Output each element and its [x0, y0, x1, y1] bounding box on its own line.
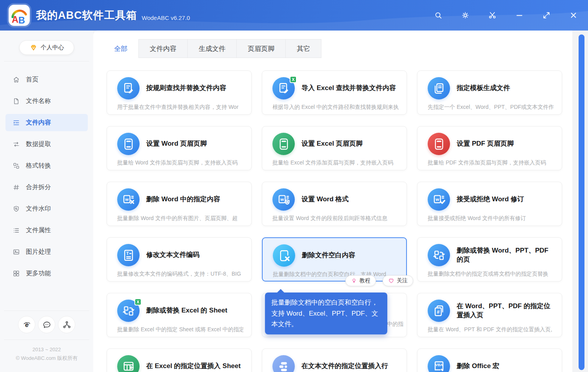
maximize-icon[interactable]: [542, 11, 551, 20]
close-icon[interactable]: [569, 11, 578, 20]
card-header: 按规则查找并替换文件内容: [107, 71, 251, 99]
tool-card[interactable]: 设置 Word 页眉页脚批量给 Word 文件添加页眉与页脚，支持嵌入页码: [107, 126, 252, 170]
sidebar-item-merge-split[interactable]: 合并拆分: [5, 179, 88, 196]
card-header: 修改文本文件编码: [107, 238, 251, 266]
tool-card[interactable]: 按规则查找并替换文件内容用于批量在文件中查找并替换相关内容，支持 Wor: [107, 70, 252, 115]
sidebar-nav: 首页文件名称文件内容数据提取格式转换合并拆分文件水印文件属性图片处理更多功能: [0, 71, 93, 286]
app-version: WodeABC v6.27.0: [142, 14, 190, 21]
tab-bar: 全部文件内容生成文件页眉页脚其它: [103, 39, 572, 58]
docs-stack-icon: [428, 77, 450, 99]
tool-card[interactable]: 删除或替换 Word、PPT、PDF 的页批量删除文档中的指定页或将文档中的指定…: [417, 237, 562, 282]
card-header: 删除或替换 Word、PPT、PDF 的页: [417, 238, 562, 266]
lightbulb-icon: [351, 278, 357, 284]
card-header: 指定模板生成文件: [417, 71, 562, 99]
tool-card[interactable]: 在 Word、PPT、PDF 的指定位置插入页批量在 Word、PPT 和 PD…: [417, 293, 562, 337]
follow-button[interactable]: 关注: [383, 275, 413, 286]
card-title: 在文本文件的指定位置插入行: [301, 362, 388, 371]
tool-card[interactable]: 设置 Word 格式批量设置 Word 文件的段前段后间距等格式信息: [262, 182, 407, 226]
search-icon[interactable]: [434, 11, 443, 20]
card-header: 接受或拒绝 Word 修订: [417, 182, 562, 211]
share-icon: [62, 320, 71, 329]
swap-pages-icon: [428, 244, 450, 266]
footer-icons: [0, 316, 93, 333]
card-title: 删除或替换 Excel 的 Sheet: [146, 306, 227, 315]
card-title: 修改文本文件编码: [146, 251, 200, 260]
tool-card[interactable]: 设置 PDF 页眉页脚批量给 PDF 文件添加页眉与页脚，支持嵌入页码: [417, 126, 562, 170]
scissors-icon[interactable]: [488, 11, 497, 20]
sidebar-item-home[interactable]: 首页: [5, 71, 88, 88]
card-desc: 批量删除文档中的指定页或将文档中的指定页替换: [428, 271, 554, 278]
card-title: 删除或替换 Word、PPT、PDF 的页: [457, 246, 553, 264]
merge-split-icon: [13, 184, 20, 191]
tutorial-button[interactable]: 教程: [345, 275, 376, 286]
card-header: 在 Word、PPT、PDF 的指定位置插入页: [417, 293, 562, 322]
browser-icon: [22, 320, 31, 329]
settings-gear-icon[interactable]: [461, 11, 470, 20]
logo-letter-b: B: [18, 15, 25, 25]
tool-card[interactable]: 在 Excel 的指定位置插入 Sheet: [107, 349, 252, 372]
tutorial-label: 教程: [359, 277, 370, 284]
heart-icon: [388, 278, 394, 284]
chat-button[interactable]: [38, 316, 55, 333]
tool-card[interactable]: X删除或替换 Excel 的 Sheet批量删除 Excel 中的指定 Shee…: [107, 293, 252, 337]
image-process-icon: [13, 248, 20, 256]
card-desc: 批量给 Excel 文件添加页眉与页脚，支持嵌入页码: [272, 159, 399, 166]
card-title: 删除 Word 中的指定内容: [146, 195, 220, 204]
card-header: 删除 Word 中的指定内容: [107, 182, 251, 211]
sidebar-item-more-features[interactable]: 更多功能: [5, 265, 88, 282]
sidebar-item-data-extract[interactable]: 数据提取: [5, 135, 88, 153]
page-icon: [117, 133, 140, 155]
tool-card[interactable]: 删除 Office 宏: [417, 349, 562, 372]
tool-card[interactable]: 设置 Excel 页眉页脚批量给 Excel 文件添加页眉与页脚，支持嵌入页码: [262, 126, 407, 170]
card-header: X删除或替换 Excel 的 Sheet: [107, 293, 251, 322]
sidebar-footer: 2013 ~ 2022 © WodeABC.com 版权所有: [0, 304, 93, 372]
card-desc: 批量给 Word 文件添加页眉与页脚，支持嵌入页码: [117, 159, 243, 166]
word-doc-shield-icon: [272, 188, 295, 211]
tool-card[interactable]: 删除 Word 中的指定内容批量删除 Word 文件中的所有图片、页眉页脚、超: [107, 182, 252, 226]
text-doc-icon: [117, 244, 140, 266]
app-logo: A B: [9, 5, 30, 26]
sidebar-item-file-content[interactable]: 文件内容: [5, 114, 88, 131]
card-title: 指定模板生成文件: [457, 84, 510, 93]
page-icon: [428, 133, 450, 155]
scrollbar-thumb[interactable]: [579, 34, 584, 370]
browser-button[interactable]: [18, 316, 35, 333]
tool-card[interactable]: 接受或拒绝 Word 修订批量接受或拒绝 Word 文件中的所有修订: [417, 182, 562, 226]
sidebar-item-file-name[interactable]: 文件名称: [5, 92, 88, 110]
card-title: 设置 Word 格式: [301, 195, 349, 204]
tab-2[interactable]: 生成文件: [187, 39, 237, 58]
card-header: 删除 Office 宏: [417, 349, 562, 372]
sidebar-item-format-convert[interactable]: 格式转换: [5, 157, 88, 174]
minimize-icon[interactable]: [515, 11, 524, 20]
card-header: 删除文件空白内容: [263, 238, 406, 267]
more-features-icon: [13, 270, 20, 277]
sidebar-item-label: 文件内容: [26, 119, 51, 127]
chat-icon: [42, 320, 51, 329]
tool-card[interactable]: 删除文件空白内容批量删除文档中的空白页和空白行，支持 Word、教程关注: [262, 237, 407, 282]
tool-card[interactable]: X导入 Excel 查找并替换文件内容根据导入的 Excel 中的文件路径和查找…: [262, 70, 407, 115]
sidebar-item-label: 数据提取: [26, 140, 51, 148]
tab-3[interactable]: 页眉页脚: [236, 39, 286, 58]
copyright: 2013 ~ 2022 © WodeABC.com 版权所有: [0, 345, 93, 363]
tool-card[interactable]: 指定模板生成文件先指定一个 Excel、Word、PPT、PDF或文本文件作: [417, 70, 562, 115]
tab-4[interactable]: 其它: [285, 39, 321, 58]
card-header: 设置 Excel 页眉页脚: [262, 126, 407, 155]
card-title: 删除文件空白内容: [302, 251, 355, 260]
card-header: 设置 PDF 页眉页脚: [417, 126, 562, 155]
tool-card[interactable]: 在文本文件的指定位置插入行: [262, 349, 407, 372]
pages-hash-icon: [428, 300, 450, 322]
sidebar-item-label: 图片处理: [26, 248, 51, 256]
watermark-icon: [13, 205, 20, 213]
sidebar-item-watermark[interactable]: 文件水印: [5, 200, 88, 217]
share-button[interactable]: [58, 316, 75, 333]
card-desc: 批量删除 Excel 中的指定 Sheet 或将 Excel 中的指定: [117, 326, 243, 333]
personal-center-button[interactable]: 个人中心: [19, 40, 74, 55]
tab-1[interactable]: 文件内容: [138, 39, 188, 58]
tab-0[interactable]: 全部: [103, 39, 139, 58]
tool-card[interactable]: 修改文本文件编码批量修改文本文件的编码格式，支持：UTF-8、BIG: [107, 237, 252, 282]
sidebar-item-image-process[interactable]: 图片处理: [5, 243, 88, 260]
sidebar-item-file-props[interactable]: 文件属性: [5, 222, 88, 239]
card-header: 设置 Word 页眉页脚: [107, 126, 251, 155]
vba-clean-icon: [428, 355, 450, 372]
home-icon: [13, 76, 20, 83]
